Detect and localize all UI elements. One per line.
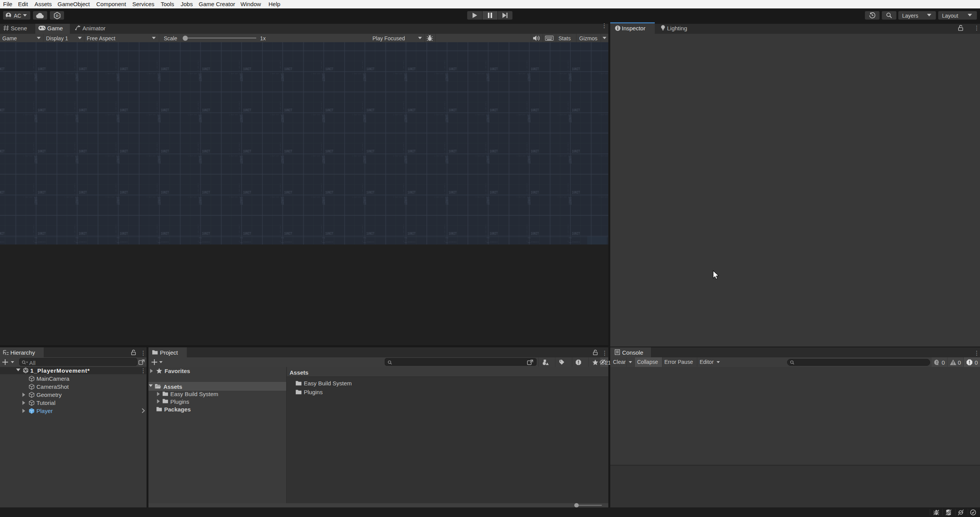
svg-text:D: D <box>56 14 59 18</box>
